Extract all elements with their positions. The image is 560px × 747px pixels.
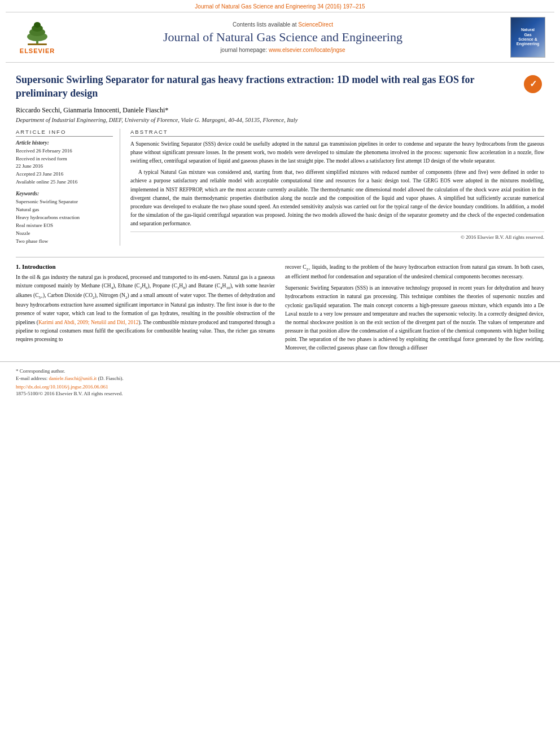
svg-rect-5 [28, 43, 47, 45]
section-divider [16, 257, 544, 257]
keywords-label: Keywords: [16, 191, 113, 196]
intro-right-col: recover C2+ liquids, leading to the prob… [285, 263, 544, 356]
article-body: Supersonic Swirling Separator for natura… [0, 63, 560, 251]
elsevier-logo: ELSEVIER [15, 21, 60, 54]
elsevier-label: ELSEVIER [20, 47, 55, 54]
svg-text:✓: ✓ [530, 79, 537, 89]
intro-left-text: In the oil & gas industry the natural ga… [16, 273, 275, 344]
journal-header: ELSEVIER Contents lists available at Sci… [6, 12, 554, 63]
elsevier-tree-icon [22, 21, 53, 46]
homepage-line: journal homepage: www.elsevier.com/locat… [60, 47, 506, 53]
page: Journal of Natural Gas Science and Engin… [0, 0, 560, 747]
history-text: Received 26 February 2016 Received in re… [16, 147, 113, 187]
keywords-section: Keywords: Supersonic Swirling Separator … [16, 191, 113, 246]
journal-center: Contents lists available at ScienceDirec… [60, 21, 506, 53]
doi-link: http://dx.doi.org/10.1016/j.jngse.2016.0… [16, 384, 544, 390]
ref-link-1[interactable]: Karimi and Abdi, 2009; Netušil and Ditl,… [38, 320, 139, 325]
abstract-section: ABSTRACT A Supersonic Swirling Separator… [130, 129, 544, 246]
abstract-p1: A Supersonic Swirling Separator (SSS) de… [130, 140, 544, 166]
affiliation: Department of Industrial Engineering, DI… [16, 117, 544, 123]
homepage-link[interactable]: www.elsevier.com/locate/jngse [269, 47, 345, 53]
authors: Riccardo Secchi, Gianmaria Innocenti, Da… [16, 106, 544, 115]
introduction-section: 1. Introduction In the oil & gas industr… [0, 263, 560, 356]
email-line: E-mail address: daniele.fiaschi@unifi.it… [16, 375, 544, 383]
history-label: Article history: [16, 140, 113, 146]
article-info-abstract: ARTICLE INFO Article history: Received 2… [16, 129, 544, 246]
contents-line: Contents lists available at ScienceDirec… [60, 21, 506, 28]
intro-left-col: 1. Introduction In the oil & gas industr… [16, 263, 275, 356]
banner-text: Journal of Natural Gas Science and Engin… [195, 3, 365, 10]
author-email[interactable]: daniele.fiaschi@unifi.it [49, 375, 97, 381]
sciencedirect-link[interactable]: ScienceDirect [298, 21, 333, 28]
footer-copyright: 1875-5100/© 2016 Elsevier B.V. All right… [16, 391, 544, 396]
section-title: 1. Introduction [16, 263, 275, 270]
intro-right-text: recover C2+ liquids, leading to the prob… [285, 263, 544, 353]
journal-title: Journal of Natural Gas Science and Engin… [60, 30, 506, 45]
svg-point-4 [34, 22, 41, 28]
journal-banner: Journal of Natural Gas Science and Engin… [0, 0, 560, 12]
abstract-header: ABSTRACT [130, 129, 544, 137]
crossmark-icon: ✓ [522, 73, 544, 95]
article-info-section: ARTICLE INFO Article history: Received 2… [16, 129, 120, 246]
thumb-image: NaturalGasScience &Engineering [510, 17, 545, 58]
journal-thumbnail: NaturalGasScience &Engineering [506, 17, 545, 58]
abstract-p2: A typical Natural Gas mixture was consid… [130, 168, 544, 228]
keywords-list: Supersonic Swirling Separator Natural ga… [16, 198, 113, 246]
copyright-line: © 2016 Elsevier B.V. All rights reserved… [130, 231, 544, 240]
footer-area: * Corresponding author. E-mail address: … [0, 361, 560, 396]
article-title: Supersonic Swirling Separator for natura… [16, 73, 544, 101]
article-info-header: ARTICLE INFO [16, 129, 113, 137]
footnote: * Corresponding author. [16, 368, 544, 375]
abstract-text: A Supersonic Swirling Separator (SSS) de… [130, 140, 544, 229]
